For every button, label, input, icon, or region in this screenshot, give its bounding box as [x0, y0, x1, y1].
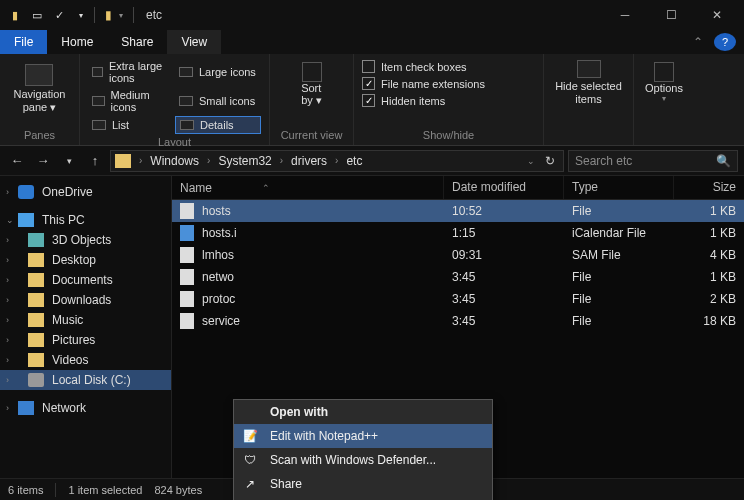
tab-home[interactable]: Home: [47, 30, 107, 54]
dropdown-icon[interactable]: ⌄: [523, 156, 539, 166]
network-icon: [18, 401, 34, 415]
file-row[interactable]: protoc3:45File2 KB: [172, 288, 744, 310]
tab-file[interactable]: File: [0, 30, 47, 54]
recent-dropdown[interactable]: ▾: [58, 150, 80, 172]
file-name: lmhos: [202, 248, 234, 262]
help-button[interactable]: ?: [714, 33, 736, 51]
sidebar-item-network[interactable]: ›Network: [0, 398, 171, 418]
menu-item[interactable]: ↗Share: [234, 472, 492, 496]
sidebar-item-3d-objects[interactable]: ›3D Objects: [0, 230, 171, 250]
expand-icon[interactable]: ›: [6, 255, 9, 265]
column-size[interactable]: Size: [674, 176, 744, 199]
expand-icon[interactable]: ›: [6, 295, 9, 305]
cloud-icon: [18, 185, 34, 199]
options-button[interactable]: Options ▾: [645, 62, 683, 103]
chevron-right-icon[interactable]: ›: [333, 155, 340, 166]
sort-by-button[interactable]: Sortby ▾: [301, 62, 322, 107]
expand-icon[interactable]: ›: [6, 335, 9, 345]
properties-icon[interactable]: ▭: [30, 9, 44, 22]
collapse-icon[interactable]: ⌄: [6, 215, 14, 225]
file-date: 3:45: [444, 314, 564, 328]
breadcrumb-segment[interactable]: drivers: [287, 154, 331, 168]
maximize-button[interactable]: ☐: [648, 0, 694, 30]
nav-pane-label: Navigationpane ▾: [14, 88, 66, 113]
folder-icon: [28, 293, 44, 307]
view-extra-large-icons[interactable]: Extra large icons: [88, 58, 174, 86]
sidebar-item-desktop[interactable]: ›Desktop: [0, 250, 171, 270]
file-size: 18 KB: [674, 314, 744, 328]
file-icon: [180, 269, 194, 285]
search-box[interactable]: Search etc 🔍: [568, 150, 738, 172]
menu-item[interactable]: 📝Edit with Notepad++: [234, 424, 492, 448]
qat-dropdown-icon[interactable]: ▾: [115, 11, 127, 20]
chevron-right-icon[interactable]: ›: [278, 155, 285, 166]
checkmark-icon[interactable]: ✓: [52, 9, 66, 22]
qat-dropdown-icon[interactable]: ▾: [74, 11, 88, 20]
chevron-right-icon[interactable]: ›: [205, 155, 212, 166]
status-selected-count: 1 item selected: [68, 484, 142, 496]
view-medium-icons[interactable]: Medium icons: [88, 87, 174, 115]
checkbox-icon: ✓: [362, 77, 375, 90]
view-small-icons[interactable]: Small icons: [175, 87, 261, 115]
minimize-button[interactable]: ─: [602, 0, 648, 30]
checkbox-file-extensions[interactable]: ✓File name extensions: [362, 75, 535, 92]
tab-share[interactable]: Share: [107, 30, 167, 54]
menu-item[interactable]: 📚Napravi arhivu...: [234, 496, 492, 500]
expand-icon[interactable]: ›: [6, 403, 9, 413]
up-button[interactable]: ↑: [84, 150, 106, 172]
tab-view[interactable]: View: [167, 30, 221, 54]
column-type[interactable]: Type: [564, 176, 674, 199]
file-date: 10:52: [444, 204, 564, 218]
forward-button[interactable]: →: [32, 150, 54, 172]
expand-icon[interactable]: ›: [6, 315, 9, 325]
file-row[interactable]: netwo3:45File1 KB: [172, 266, 744, 288]
hide-icon: [577, 60, 601, 78]
column-date[interactable]: Date modified: [444, 176, 564, 199]
context-menu: ↖ Open with📝Edit with Notepad++🛡Scan wit…: [233, 399, 493, 500]
refresh-icon[interactable]: ↻: [541, 154, 559, 168]
sidebar-item-this-pc[interactable]: ⌄This PC: [0, 210, 171, 230]
options-icon: [654, 62, 674, 82]
file-row[interactable]: service3:45File18 KB: [172, 310, 744, 332]
hide-selected-button[interactable]: Hide selecteditems: [555, 60, 622, 105]
back-button[interactable]: ←: [6, 150, 28, 172]
breadcrumb-segment[interactable]: etc: [342, 154, 366, 168]
column-name[interactable]: Name⌃: [172, 176, 444, 199]
menu-item[interactable]: 🛡Scan with Windows Defender...: [234, 448, 492, 472]
file-type: SAM File: [564, 248, 674, 262]
file-row[interactable]: hosts.i1:15iCalendar File1 KB: [172, 222, 744, 244]
sidebar-item-local-disk[interactable]: ›Local Disk (C:): [0, 370, 171, 390]
chevron-right-icon[interactable]: ›: [137, 155, 144, 166]
folder-icon: [115, 154, 131, 168]
file-date: 09:31: [444, 248, 564, 262]
file-row[interactable]: lmhos09:31SAM File4 KB: [172, 244, 744, 266]
expand-icon[interactable]: ›: [6, 375, 9, 385]
checkbox-hidden-items[interactable]: ✓Hidden items: [362, 92, 535, 109]
menu-item-label: Open with: [270, 405, 328, 419]
checkbox-item-check-boxes[interactable]: Item check boxes: [362, 58, 535, 75]
sidebar-item-documents[interactable]: ›Documents: [0, 270, 171, 290]
view-details[interactable]: Details: [175, 116, 261, 134]
sidebar-item-onedrive[interactable]: ›OneDrive: [0, 182, 171, 202]
expand-icon[interactable]: ›: [6, 355, 9, 365]
menu-item[interactable]: Open with: [234, 400, 492, 424]
ribbon-group-panes: Navigationpane ▾ Panes: [0, 54, 80, 145]
sidebar-item-videos[interactable]: ›Videos: [0, 350, 171, 370]
sidebar-item-music[interactable]: ›Music: [0, 310, 171, 330]
breadcrumb-segment[interactable]: System32: [214, 154, 275, 168]
expand-icon[interactable]: ›: [6, 187, 9, 197]
ribbon-group-hide-selected: Hide selecteditems: [544, 54, 634, 145]
view-large-icons[interactable]: Large icons: [175, 58, 261, 86]
sidebar-item-downloads[interactable]: ›Downloads: [0, 290, 171, 310]
expand-icon[interactable]: ›: [6, 235, 9, 245]
breadcrumb-bar[interactable]: › Windows › System32 › drivers › etc ⌄ ↻: [110, 150, 564, 172]
file-row[interactable]: hosts10:52File1 KB: [172, 200, 744, 222]
close-button[interactable]: ✕: [694, 0, 740, 30]
navigation-pane-button[interactable]: Navigationpane ▾: [14, 64, 66, 113]
ribbon-collapse-icon[interactable]: ⌃: [686, 30, 710, 54]
file-type: iCalendar File: [564, 226, 674, 240]
breadcrumb-segment[interactable]: Windows: [146, 154, 203, 168]
sidebar-item-pictures[interactable]: ›Pictures: [0, 330, 171, 350]
expand-icon[interactable]: ›: [6, 275, 9, 285]
view-list[interactable]: List: [88, 116, 174, 134]
